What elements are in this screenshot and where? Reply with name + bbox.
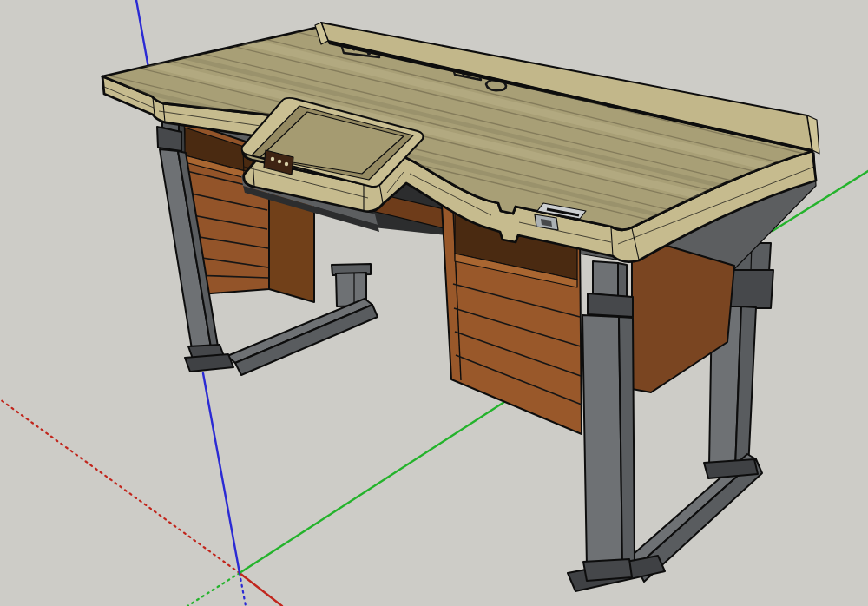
workbench-model[interactable] (87, 0, 833, 591)
leg-lower-side[interactable] (619, 317, 635, 564)
outlet-dot (285, 162, 288, 166)
leg-upper-side[interactable] (618, 263, 627, 297)
outlet-dot (278, 160, 281, 163)
green-axis-solid (240, 402, 504, 573)
leg-collar[interactable] (588, 293, 633, 317)
foot-block[interactable] (583, 559, 632, 581)
red-axis-solid (240, 573, 282, 606)
blue-axis-solid (203, 373, 240, 573)
foot-base[interactable] (185, 354, 233, 372)
leg-upper-front[interactable] (593, 261, 618, 296)
app-window (0, 0, 868, 606)
leg-collar[interactable] (157, 127, 181, 151)
viewport-canvas[interactable] (0, 0, 868, 606)
rear-foot[interactable] (704, 459, 758, 478)
red-axis-dotted (0, 399, 240, 573)
blue-axis-solid-top (136, 0, 148, 68)
leg-lower-front[interactable] (582, 315, 622, 567)
rail-front[interactable] (235, 305, 378, 375)
rail-top[interactable] (227, 299, 372, 363)
green-axis-dotted (187, 573, 240, 606)
outlet-dot (271, 157, 274, 161)
